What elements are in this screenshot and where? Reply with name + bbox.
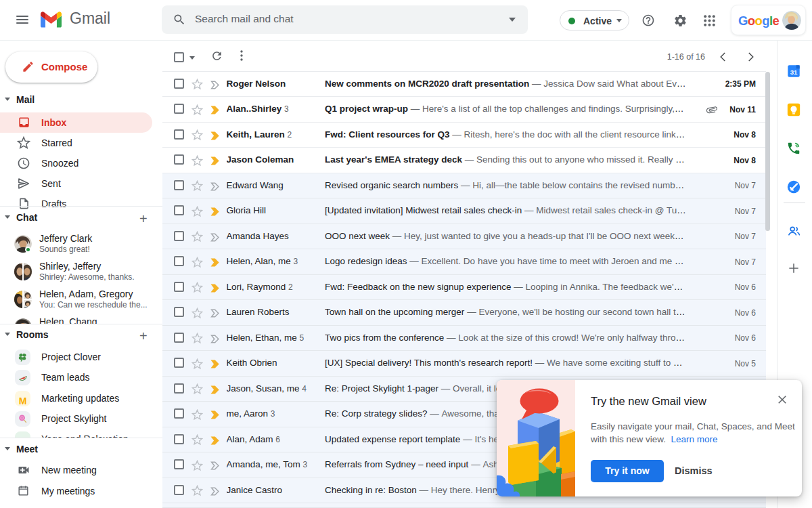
svg-text:31: 31 bbox=[790, 68, 798, 76]
